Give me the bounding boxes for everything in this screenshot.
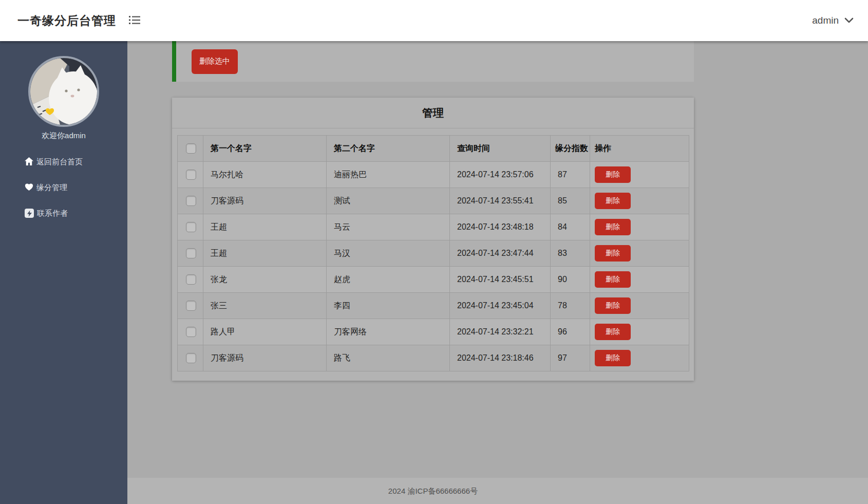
sidebar-item-fate-manage[interactable]: 缘分管理 — [0, 175, 127, 200]
user-dropdown[interactable]: admin — [812, 15, 854, 26]
cell-time: 2024-07-14 23:55:41 — [450, 188, 551, 214]
cell-score: 83 — [551, 240, 590, 267]
row-delete-button[interactable]: 删除 — [595, 219, 631, 235]
topbar: 一奇缘分后台管理 admin — [0, 0, 868, 41]
cell-time: 2024-07-14 23:18:46 — [450, 345, 551, 371]
row-delete-button[interactable]: 删除 — [595, 166, 631, 183]
table-body: 马尔扎哈 迪丽热巴 2024-07-14 23:57:06 87 删除 刀客源码… — [178, 162, 689, 371]
table-row: 王超 马云 2024-07-14 23:48:18 84 删除 — [178, 214, 689, 240]
heart-icon — [25, 183, 33, 192]
chevron-down-icon — [844, 15, 854, 26]
cell-name2: 赵虎 — [327, 267, 450, 293]
cell-score: 78 — [551, 293, 590, 319]
cell-time: 2024-07-14 23:48:18 — [450, 214, 551, 240]
row-delete-button[interactable]: 删除 — [595, 193, 631, 209]
sidebar-toggle-button[interactable] — [126, 13, 143, 29]
column-header-score: 缘分指数 — [551, 136, 590, 162]
page-footer: 2024 渝ICP备66666666号 — [127, 478, 868, 504]
row-checkbox[interactable] — [186, 248, 196, 258]
row-checkbox[interactable] — [186, 274, 196, 285]
row-checkbox[interactable] — [186, 353, 196, 363]
bulk-action-panel: 删除选中 — [172, 41, 694, 82]
icp-text: 2024 渝ICP备66666666号 — [127, 478, 739, 504]
cell-name1: 王超 — [203, 214, 327, 240]
table-row: 王超 马汉 2024-07-14 23:47:44 83 删除 — [178, 240, 689, 267]
row-delete-button[interactable]: 删除 — [595, 350, 631, 366]
column-header-action: 操作 — [590, 136, 689, 162]
cell-name2: 马云 — [327, 214, 450, 240]
table-row: 刀客源码 测试 2024-07-14 23:55:41 85 删除 — [178, 188, 689, 214]
cell-name1: 王超 — [203, 240, 327, 267]
manage-card: 管理 第一个名字 第二个名字 查询时间 缘分指数 操作 — [172, 98, 694, 381]
cell-name2: 李四 — [327, 293, 450, 319]
cell-name1: 路人甲 — [203, 319, 327, 345]
home-icon — [25, 157, 33, 167]
table-row: 路人甲 刀客网络 2024-07-14 23:32:21 96 删除 — [178, 319, 689, 345]
row-checkbox[interactable] — [186, 196, 196, 206]
cell-score: 97 — [551, 345, 590, 371]
cell-name2: 马汉 — [327, 240, 450, 267]
sidebar-item-label: 联系作者 — [37, 209, 68, 218]
row-delete-button[interactable]: 删除 — [595, 245, 631, 262]
avatar — [28, 56, 99, 127]
cell-name2: 迪丽热巴 — [327, 162, 450, 188]
cell-name2: 路飞 — [327, 345, 450, 371]
cell-name1: 张龙 — [203, 267, 327, 293]
row-delete-button[interactable]: 删除 — [595, 271, 631, 288]
row-checkbox[interactable] — [186, 170, 196, 180]
table-row: 刀客源码 路飞 2024-07-14 23:18:46 97 删除 — [178, 345, 689, 371]
sidebar-item-label: 返回前台首页 — [36, 157, 83, 167]
row-delete-button[interactable]: 删除 — [595, 297, 631, 314]
column-header-name1: 第一个名字 — [203, 136, 327, 162]
cell-name2: 刀客网络 — [327, 319, 450, 345]
cell-time: 2024-07-14 23:57:06 — [450, 162, 551, 188]
avatar-cat-image — [30, 58, 97, 125]
table-header-row: 第一个名字 第二个名字 查询时间 缘分指数 操作 — [178, 136, 689, 162]
sidebar-nav: 返回前台首页 缘分管理 联系作者 — [0, 149, 127, 226]
column-header-name2: 第二个名字 — [327, 136, 450, 162]
cell-score: 85 — [551, 188, 590, 214]
sidebar-item-contact-author[interactable]: 联系作者 — [0, 200, 127, 226]
card-title: 管理 — [172, 98, 694, 128]
row-delete-button[interactable]: 删除 — [595, 324, 631, 340]
fate-table: 第一个名字 第二个名字 查询时间 缘分指数 操作 马尔扎哈 迪丽热巴 2024-… — [177, 135, 689, 371]
cell-name1: 刀客源码 — [203, 345, 327, 371]
column-header-time: 查询时间 — [450, 136, 551, 162]
cell-time: 2024-07-14 23:45:04 — [450, 293, 551, 319]
bolt-icon — [25, 209, 34, 218]
delete-selected-button[interactable]: 删除选中 — [192, 49, 238, 74]
list-icon — [128, 15, 141, 27]
cell-time: 2024-07-14 23:47:44 — [450, 240, 551, 267]
cell-name2: 测试 — [327, 188, 450, 214]
sidebar: 欢迎你admin 返回前台首页 缘分管理 联系作者 — [0, 41, 127, 504]
cell-score: 96 — [551, 319, 590, 345]
table-row: 张三 李四 2024-07-14 23:45:04 78 删除 — [178, 293, 689, 319]
select-all-checkbox[interactable] — [186, 143, 196, 154]
user-name: admin — [812, 15, 839, 26]
main-content: 删除选中 管理 第一个名字 第二个名字 查询时间 — [127, 41, 868, 504]
row-checkbox[interactable] — [186, 327, 196, 337]
cell-name1: 马尔扎哈 — [203, 162, 327, 188]
cell-score: 87 — [551, 162, 590, 188]
welcome-text: 欢迎你admin — [0, 131, 127, 141]
app-title: 一奇缘分后台管理 — [17, 13, 116, 29]
row-checkbox[interactable] — [186, 301, 196, 311]
sidebar-item-back-to-front[interactable]: 返回前台首页 — [0, 149, 127, 175]
sidebar-item-label: 缘分管理 — [36, 183, 67, 193]
cell-name1: 刀客源码 — [203, 188, 327, 214]
cell-score: 84 — [551, 214, 590, 240]
table-row: 张龙 赵虎 2024-07-14 23:45:51 90 删除 — [178, 267, 689, 293]
table-row: 马尔扎哈 迪丽热巴 2024-07-14 23:57:06 87 删除 — [178, 162, 689, 188]
row-checkbox[interactable] — [186, 222, 196, 232]
cell-name1: 张三 — [203, 293, 327, 319]
cell-time: 2024-07-14 23:32:21 — [450, 319, 551, 345]
cell-time: 2024-07-14 23:45:51 — [450, 267, 551, 293]
cell-score: 90 — [551, 267, 590, 293]
